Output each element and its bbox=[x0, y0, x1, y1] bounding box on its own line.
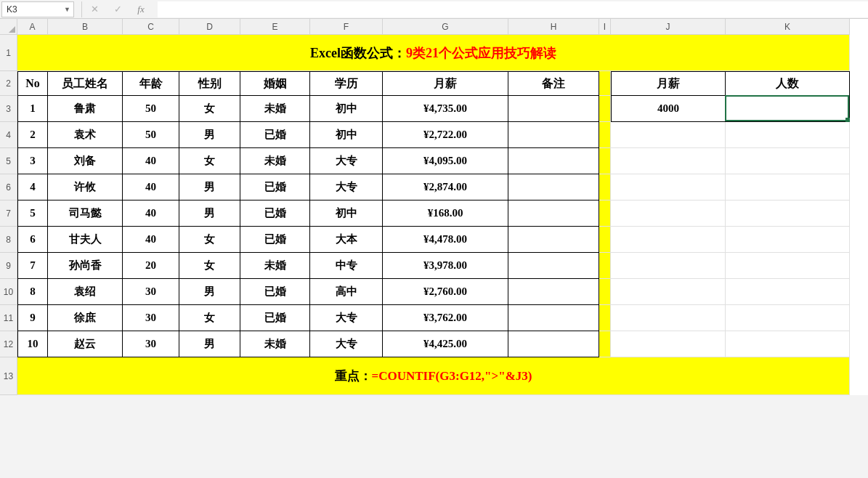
cell-B6[interactable]: 许攸 bbox=[48, 174, 123, 200]
cell-G5[interactable]: ¥4,095.00 bbox=[383, 148, 508, 174]
cell-G9[interactable]: ¥3,978.00 bbox=[383, 253, 508, 279]
col-header-B[interactable]: B bbox=[48, 19, 123, 35]
cell-E10[interactable]: 已婚 bbox=[240, 279, 310, 305]
cell-J12[interactable] bbox=[611, 331, 726, 357]
row-header-8[interactable]: 8 bbox=[0, 227, 17, 253]
cell-F9[interactable]: 中专 bbox=[310, 253, 383, 279]
cell-F3[interactable]: 初中 bbox=[310, 96, 383, 122]
row-header-6[interactable]: 6 bbox=[0, 174, 17, 200]
cell-B8[interactable]: 甘夫人 bbox=[48, 227, 123, 253]
cell-C11[interactable]: 30 bbox=[123, 305, 179, 331]
cell-G12[interactable]: ¥4,425.00 bbox=[383, 331, 508, 357]
header-cell-E[interactable]: 婚姻 bbox=[240, 71, 310, 96]
header-cell-H[interactable]: 备注 bbox=[508, 71, 599, 96]
name-box[interactable]: K3 ▼ bbox=[1, 1, 74, 17]
chevron-down-icon[interactable]: ▼ bbox=[64, 6, 70, 13]
cell-A12[interactable]: 10 bbox=[17, 331, 48, 357]
cell-I12[interactable] bbox=[599, 331, 611, 357]
row-header-5[interactable]: 5 bbox=[0, 148, 17, 174]
row-header-9[interactable]: 9 bbox=[0, 253, 17, 279]
row-header-3[interactable]: 3 bbox=[0, 96, 17, 122]
header-cell-I[interactable] bbox=[599, 71, 611, 96]
cell-G7[interactable]: ¥168.00 bbox=[383, 200, 508, 227]
cell-D3[interactable]: 女 bbox=[179, 96, 240, 122]
cell-I9[interactable] bbox=[599, 253, 611, 279]
cell-C12[interactable]: 30 bbox=[123, 331, 179, 357]
cell-C3[interactable]: 50 bbox=[123, 96, 179, 122]
cell-E4[interactable]: 已婚 bbox=[240, 122, 310, 148]
header-cell-K[interactable]: 人数 bbox=[726, 71, 850, 96]
cell-F7[interactable]: 初中 bbox=[310, 200, 383, 227]
cell-K9[interactable] bbox=[726, 253, 850, 279]
cell-K12[interactable] bbox=[726, 331, 850, 357]
col-header-G[interactable]: G bbox=[383, 19, 508, 35]
footer-cell[interactable]: 重点：=COUNTIF(G3:G12,">"&J3) bbox=[17, 357, 850, 395]
cell-I10[interactable] bbox=[599, 279, 611, 305]
col-header-E[interactable]: E bbox=[240, 19, 310, 35]
cell-G3[interactable]: ¥4,735.00 bbox=[383, 96, 508, 122]
cell-H11[interactable] bbox=[508, 305, 599, 331]
cell-A8[interactable]: 6 bbox=[17, 227, 48, 253]
cell-I8[interactable] bbox=[599, 227, 611, 253]
fx-icon[interactable]: fx bbox=[136, 4, 146, 15]
cell-D10[interactable]: 男 bbox=[179, 279, 240, 305]
cell-K3[interactable] bbox=[726, 96, 850, 122]
cell-D6[interactable]: 男 bbox=[179, 174, 240, 200]
cell-H5[interactable] bbox=[508, 148, 599, 174]
cell-J7[interactable] bbox=[611, 200, 726, 227]
cell-A7[interactable]: 5 bbox=[17, 200, 48, 227]
cell-G6[interactable]: ¥2,874.00 bbox=[383, 174, 508, 200]
cell-I11[interactable] bbox=[599, 305, 611, 331]
cell-D7[interactable]: 男 bbox=[179, 200, 240, 227]
cell-B3[interactable]: 鲁肃 bbox=[48, 96, 123, 122]
cell-C7[interactable]: 40 bbox=[123, 200, 179, 227]
cell-D9[interactable]: 女 bbox=[179, 253, 240, 279]
cell-E11[interactable]: 已婚 bbox=[240, 305, 310, 331]
cell-A10[interactable]: 8 bbox=[17, 279, 48, 305]
cell-K6[interactable] bbox=[726, 174, 850, 200]
cell-G4[interactable]: ¥2,722.00 bbox=[383, 122, 508, 148]
cell-G11[interactable]: ¥3,762.00 bbox=[383, 305, 508, 331]
cell-K4[interactable] bbox=[726, 122, 850, 148]
cell-K11[interactable] bbox=[726, 305, 850, 331]
cell-B5[interactable]: 刘备 bbox=[48, 148, 123, 174]
cell-B10[interactable]: 袁绍 bbox=[48, 279, 123, 305]
cell-J9[interactable] bbox=[611, 253, 726, 279]
cell-J10[interactable] bbox=[611, 279, 726, 305]
cell-E3[interactable]: 未婚 bbox=[240, 96, 310, 122]
cell-H9[interactable] bbox=[508, 253, 599, 279]
cell-C8[interactable]: 40 bbox=[123, 227, 179, 253]
cell-I7[interactable] bbox=[599, 200, 611, 227]
cell-E7[interactable]: 已婚 bbox=[240, 200, 310, 227]
cell-J11[interactable] bbox=[611, 305, 726, 331]
cell-A3[interactable]: 1 bbox=[17, 96, 48, 122]
cell-D4[interactable]: 男 bbox=[179, 122, 240, 148]
cell-H3[interactable] bbox=[508, 96, 599, 122]
cell-F8[interactable]: 大本 bbox=[310, 227, 383, 253]
select-all-corner[interactable] bbox=[0, 19, 17, 35]
cell-H8[interactable] bbox=[508, 227, 599, 253]
col-header-D[interactable]: D bbox=[179, 19, 240, 35]
formula-input[interactable] bbox=[158, 1, 868, 17]
cell-K5[interactable] bbox=[726, 148, 850, 174]
cell-E8[interactable]: 已婚 bbox=[240, 227, 310, 253]
cell-A4[interactable]: 2 bbox=[17, 122, 48, 148]
cell-E9[interactable]: 未婚 bbox=[240, 253, 310, 279]
cell-I3[interactable] bbox=[599, 96, 611, 122]
cell-C10[interactable]: 30 bbox=[123, 279, 179, 305]
col-header-J[interactable]: J bbox=[611, 19, 726, 35]
row-header-1[interactable]: 1 bbox=[0, 35, 17, 71]
col-header-C[interactable]: C bbox=[123, 19, 179, 35]
row-header-11[interactable]: 11 bbox=[0, 305, 17, 331]
cell-H4[interactable] bbox=[508, 122, 599, 148]
cell-J3[interactable]: 4000 bbox=[611, 96, 726, 122]
header-cell-A[interactable]: No bbox=[17, 71, 48, 96]
cell-C4[interactable]: 50 bbox=[123, 122, 179, 148]
cell-J8[interactable] bbox=[611, 227, 726, 253]
header-cell-B[interactable]: 员工姓名 bbox=[48, 71, 123, 96]
title-cell[interactable]: Excel函数公式：9类21个公式应用技巧解读 bbox=[17, 35, 850, 71]
cell-I4[interactable] bbox=[599, 122, 611, 148]
cell-J4[interactable] bbox=[611, 122, 726, 148]
cell-C9[interactable]: 20 bbox=[123, 253, 179, 279]
cell-A5[interactable]: 3 bbox=[17, 148, 48, 174]
